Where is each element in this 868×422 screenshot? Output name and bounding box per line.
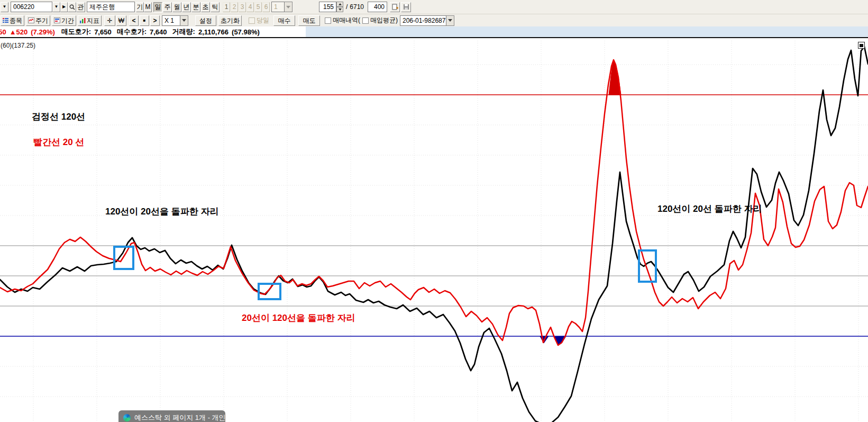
stock-list-button-label: 종목 <box>10 17 22 24</box>
stop-button[interactable]: ■ <box>140 15 149 26</box>
bar-count-value[interactable]: 155 <box>319 2 336 12</box>
pan-button[interactable]: ✛ <box>104 15 115 26</box>
scroll-right-button[interactable]: > <box>150 15 160 26</box>
period-button-group: 일주월년분초틱 <box>153 2 220 12</box>
browser-taskbar-popup[interactable]: 예스스탁 외 페이지 1개 - 개인 <box>118 410 225 422</box>
chevron-left-icon: < <box>132 17 135 24</box>
indicator-button-label: 지표 <box>87 17 99 24</box>
chart-toolbar: 종목 주기 기간 지표 ✛ ₩ < ■ > X 1 설정 초기화 당일 매수 매… <box>0 14 868 26</box>
tick-count-button[interactable]: 2 <box>231 2 238 12</box>
chart-annotation: 120선이 20선을 돌파한 자리 <box>105 205 218 218</box>
chevron-down-icon[interactable] <box>285 2 293 12</box>
chart-area[interactable]: (60)(137.25) 검정선 120선빨간선 20 선120선이 20선을 … <box>0 41 868 422</box>
volume-value: 2,110,766 <box>198 28 229 36</box>
cycle-icon <box>28 17 34 23</box>
stock-code-input[interactable]: 006220 <box>11 2 52 12</box>
period-button[interactable]: 월 <box>172 2 181 12</box>
bid-price: 7,640 <box>150 28 167 36</box>
price-unit-button[interactable]: ₩ <box>116 15 126 26</box>
price-change: ▲520 <box>10 28 28 36</box>
period-button[interactable]: 분 <box>191 2 200 12</box>
calendar-icon <box>54 17 60 23</box>
total-bars-label: 6710 <box>350 3 364 11</box>
cycle-button[interactable]: 주기 <box>26 15 50 26</box>
cycle-button-label: 주기 <box>35 17 48 24</box>
gwan-button[interactable]: 관 <box>76 2 85 12</box>
stock-list-button[interactable]: 종목 <box>1 15 24 26</box>
ma-line-120 <box>0 47 868 422</box>
trade-history-label: 매매내역( <box>333 16 360 25</box>
tick-count-button[interactable]: 5 <box>254 2 262 12</box>
gi-button[interactable]: 기 <box>136 2 144 12</box>
range-button[interactable]: 기간 <box>52 15 76 26</box>
sell-button[interactable]: 매도 <box>298 15 320 26</box>
chart-annotation: 20선이 120선을 돌파한 자리 <box>242 312 355 324</box>
tick-count-button[interactable]: 1 <box>223 2 230 12</box>
tick-count-button[interactable]: 3 <box>239 2 246 12</box>
tick-count-button[interactable]: 6 <box>262 2 270 12</box>
tick-count-combo[interactable]: 1 <box>271 2 293 12</box>
bar-chart-icon <box>80 17 86 23</box>
minute-mode-button[interactable]: M <box>144 2 152 12</box>
quote-panel: 650 ▲520 (7.29%) 매도호가: 7,650 매수호가: 7,640… <box>0 26 306 37</box>
left-combo-button[interactable]: ▼ <box>1 2 8 12</box>
new-window-button[interactable] <box>390 2 400 12</box>
zoom-combo[interactable]: X 1 <box>162 15 188 26</box>
buy-button[interactable]: 매수 <box>273 15 295 26</box>
quote-bar: 650 ▲520 (7.29%) 매도호가: 7,650 매수호가: 7,640… <box>0 26 868 38</box>
code-dropdown-button[interactable]: ▼ <box>52 2 60 12</box>
account-combo[interactable]: 206-01-982687 <box>400 15 454 26</box>
bid-label: 매수호가: <box>117 27 147 37</box>
period-button[interactable]: 일 <box>153 2 162 12</box>
reset-button[interactable]: 초기화 <box>218 15 242 26</box>
avg-price-label: 매입평균) <box>370 16 398 25</box>
avg-price-checkbox[interactable] <box>362 17 369 24</box>
indicator-button[interactable]: 지표 <box>78 15 102 26</box>
chevron-down-icon[interactable] <box>446 15 454 26</box>
avg-price-checkbox-group[interactable]: 매입평균) <box>362 16 398 25</box>
taskbar-popup-label: 예스스탁 외 페이지 1개 - 개인 <box>134 413 226 422</box>
chart-canvas[interactable] <box>0 41 868 422</box>
trade-history-checkbox-group[interactable]: 매매내역( <box>325 16 360 25</box>
chart-annotation: 120선이 20선 돌파한 자리 <box>657 203 762 215</box>
spinner-up-icon[interactable] <box>336 2 343 7</box>
stop-icon: ■ <box>143 19 146 23</box>
today-checkbox[interactable] <box>249 17 255 24</box>
price-change-percent: (7.29%) <box>31 28 55 36</box>
today-checkbox-label: 당일 <box>257 16 269 25</box>
period-button[interactable]: 초 <box>201 2 210 12</box>
chart-maximize-icon[interactable] <box>858 42 865 49</box>
next-stock-button[interactable]: ▶ <box>60 2 68 12</box>
highlight-box <box>639 250 656 282</box>
list-icon <box>3 17 8 23</box>
period-button[interactable]: 틱 <box>211 2 220 12</box>
trade-history-checkbox[interactable] <box>325 17 331 24</box>
chart-annotation: 검정선 120선 <box>32 111 85 123</box>
ma-parameter-label: (60)(137.25) <box>1 42 35 49</box>
chevron-down-icon: ▼ <box>3 5 7 9</box>
search-button[interactable] <box>68 2 76 12</box>
volume-percent: (57.98%) <box>232 28 260 36</box>
save-button[interactable] <box>401 2 411 12</box>
current-price: 650 <box>0 28 6 36</box>
spinner-down-icon[interactable] <box>336 7 343 12</box>
ask-price: 7,650 <box>94 28 112 36</box>
chevron-down-icon[interactable] <box>180 15 188 26</box>
period-button[interactable]: 주 <box>163 2 172 12</box>
hts-chart-window: { "toolbar_row1": { "left_combo_caret": … <box>0 0 868 422</box>
move-icon: ✛ <box>107 17 112 24</box>
settings-button[interactable]: 설정 <box>195 15 216 26</box>
won-icon: ₩ <box>118 17 124 24</box>
scroll-left-button[interactable]: < <box>129 15 139 26</box>
period-button[interactable]: 년 <box>182 2 191 12</box>
range-button-label: 기간 <box>61 17 74 24</box>
today-checkbox-group[interactable]: 당일 <box>249 16 269 25</box>
ask-label: 매도호가: <box>61 27 91 37</box>
globe-icon <box>123 414 131 421</box>
bar-count-spinner[interactable]: 155 <box>319 2 343 12</box>
tick-count-button[interactable]: 4 <box>246 2 254 12</box>
main-toolbar: ▼ 006220 ▼ ▶ 관 제주은행 기 M 일주월년분초틱 123456 1… <box>0 0 868 14</box>
clipboard-plus-icon <box>392 4 398 10</box>
chart-width-input[interactable]: 400 <box>368 2 387 12</box>
stock-name-field[interactable]: 제주은행 <box>87 2 135 12</box>
